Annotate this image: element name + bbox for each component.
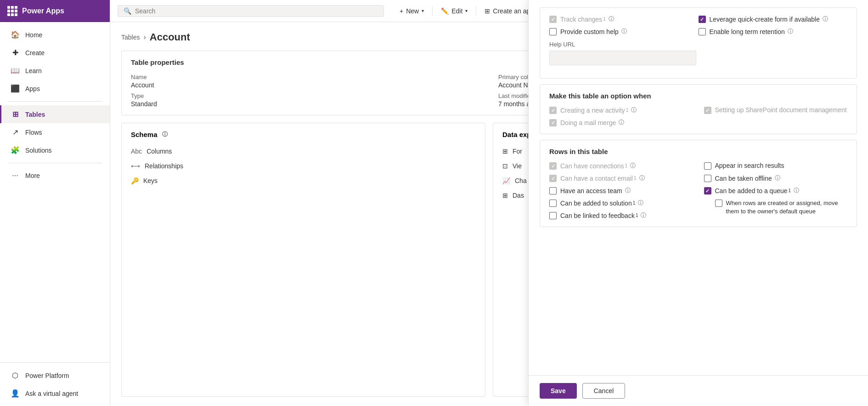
sidebar-item-learn[interactable]: 📖 Learn — [0, 62, 110, 80]
sidebar-item-power-platform[interactable]: ⬡ Power Platform — [0, 366, 110, 384]
name-value: Account — [131, 81, 480, 89]
doing-mail-merge-checkbox[interactable] — [549, 119, 557, 126]
can-have-connections-row: Can have connections 1 ⓘ — [549, 162, 693, 170]
can-be-added-to-queue-superscript: 1 — [789, 188, 791, 193]
make-option-title: Make this table an option when — [549, 92, 847, 100]
doing-mail-merge-label-group: Doing a mail merge ⓘ — [560, 119, 624, 126]
solutions-icon: 🧩 — [11, 146, 20, 154]
panel-footer: Save Cancel — [529, 375, 868, 406]
toolbar-separator-2 — [476, 6, 476, 16]
creating-new-activity-checkbox[interactable] — [549, 107, 557, 114]
leverage-checkbox[interactable] — [699, 16, 706, 23]
provide-custom-help-info-icon: ⓘ — [621, 28, 627, 35]
edit-icon: ✏️ — [441, 7, 449, 15]
cancel-button[interactable]: Cancel — [582, 383, 626, 399]
edit-button[interactable]: ✏️ Edit ▾ — [436, 5, 472, 17]
new-button[interactable]: + New ▾ — [395, 5, 428, 17]
sidebar-item-home[interactable]: 🏠 Home — [0, 26, 110, 44]
enable-long-term-label-group: Enable long term retention ⓘ — [710, 28, 793, 35]
can-be-added-to-solution-info-icon: ⓘ — [638, 199, 643, 207]
appear-in-search-checkbox[interactable] — [704, 162, 711, 170]
rows-section-title: Rows in this table — [549, 148, 847, 155]
sidebar-item-flows[interactable]: ↗ Flows — [0, 123, 110, 141]
sidebar-item-solutions[interactable]: 🧩 Solutions — [0, 141, 110, 159]
sidebar-item-label: Ask a virtual agent — [25, 390, 78, 397]
provide-custom-help-checkbox[interactable] — [549, 28, 557, 35]
can-have-contact-email-checkbox[interactable] — [549, 175, 557, 182]
sidebar-item-label: Tables — [25, 111, 45, 118]
can-be-added-to-queue-label-group: Can be added to a queue 1 ⓘ — [715, 187, 800, 194]
breadcrumb-parent[interactable]: Tables — [121, 34, 140, 41]
can-have-contact-email-info-icon: ⓘ — [639, 174, 645, 182]
das-icon: ⊞ — [502, 192, 508, 199]
sidebar-divider-2 — [7, 163, 102, 163]
sidebar-item-virtual-agent[interactable]: 👤 Ask a virtual agent — [0, 384, 110, 402]
can-be-linked-to-feedback-label-group: Can be linked to feedback 1 ⓘ — [560, 212, 646, 219]
have-access-team-checkbox[interactable] — [549, 187, 557, 194]
can-be-linked-to-feedback-checkbox[interactable] — [549, 212, 557, 219]
flows-icon: ↗ — [11, 128, 20, 137]
sidebar-item-more[interactable]: ··· More — [0, 167, 110, 184]
for-icon: ⊞ — [502, 148, 508, 155]
can-be-added-to-queue-label: Can be added to a queue — [715, 187, 788, 194]
edit-chevron-icon: ▾ — [465, 8, 468, 13]
keys-label: Keys — [143, 177, 158, 184]
breadcrumb-separator: › — [143, 33, 146, 41]
appear-in-search-row: Appear in search results — [704, 162, 848, 170]
can-have-contact-email-row: Can have a contact email 1 ⓘ — [549, 174, 693, 182]
schema-item-columns[interactable]: Abc Columns — [131, 144, 476, 159]
setting-up-sharepoint-checkbox[interactable] — [704, 107, 711, 114]
can-be-linked-to-feedback-superscript: 1 — [636, 213, 638, 218]
enable-long-term-checkbox[interactable] — [699, 28, 706, 35]
search-input[interactable] — [135, 7, 378, 15]
rows-left: Can have connections 1 ⓘ Can have a cont… — [549, 162, 693, 219]
tables-icon: ⊞ — [11, 110, 20, 119]
sidebar-item-label: Flows — [25, 129, 42, 136]
make-option-left: Creating a new activity 1 ⓘ Doing a mail… — [549, 106, 693, 126]
save-button[interactable]: Save — [540, 383, 577, 399]
can-have-connections-checkbox[interactable] — [549, 162, 557, 170]
new-chevron-icon: ▾ — [422, 8, 424, 13]
help-url-input[interactable] — [549, 51, 696, 65]
sidebar-item-tables[interactable]: ⊞ Tables — [0, 105, 110, 123]
can-have-contact-email-superscript: 1 — [634, 176, 637, 181]
left-col: Track changes 1 ⓘ Provide custom help ⓘ — [549, 15, 699, 65]
search-icon: 🔍 — [124, 7, 131, 15]
track-changes-label-group: Track changes 1 ⓘ — [560, 15, 614, 23]
can-be-taken-offline-label-group: Can be taken offline ⓘ — [715, 174, 780, 182]
track-changes-label: Track changes — [560, 16, 602, 23]
schema-item-keys[interactable]: 🔑 Keys — [131, 173, 476, 188]
when-rows-created-row: When rows are created or assigned, move … — [715, 199, 848, 216]
keys-icon: 🔑 — [131, 177, 139, 184]
can-be-added-to-queue-checkbox[interactable] — [704, 187, 711, 194]
schema-item-relationships[interactable]: ⟷ Relationships — [131, 159, 476, 173]
when-rows-created-checkbox[interactable] — [715, 200, 722, 207]
sidebar: Power Apps 🏠 Home ✚ Create 📖 Learn ⬛ App… — [0, 0, 110, 406]
leverage-row: Leverage quick-create form if available … — [699, 15, 848, 23]
can-be-taken-offline-checkbox[interactable] — [704, 175, 711, 182]
have-access-team-row: Have an access team ⓘ — [549, 187, 693, 194]
can-be-added-to-solution-checkbox[interactable] — [549, 200, 557, 207]
can-be-linked-to-feedback-row: Can be linked to feedback 1 ⓘ — [549, 212, 693, 219]
when-rows-created-label: When rows are created or assigned, move … — [726, 199, 848, 216]
waffle-icon[interactable] — [7, 6, 17, 16]
sidebar-item-create[interactable]: ✚ Create — [0, 44, 110, 62]
can-be-linked-to-feedback-info-icon: ⓘ — [641, 212, 646, 219]
enable-long-term-label: Enable long term retention — [710, 28, 785, 35]
doing-mail-merge-info-icon: ⓘ — [619, 119, 624, 126]
search-box[interactable]: 🔍 — [118, 5, 384, 17]
setting-up-sharepoint-label-group: Setting up SharePoint document managemen… — [715, 106, 847, 114]
right-col: Leverage quick-create form if available … — [699, 15, 848, 65]
can-have-connections-label: Can have connections — [560, 162, 624, 170]
make-option-right: Setting up SharePoint document managemen… — [704, 106, 848, 126]
track-changes-checkbox[interactable] — [549, 16, 557, 23]
leverage-label: Leverage quick-create form if available — [710, 16, 820, 23]
create-icon: ✚ — [11, 48, 20, 57]
apps-icon: ⬛ — [11, 84, 20, 93]
schema-card: Schema ⓘ Abc Columns ⟷ Relationships 🔑 K… — [121, 123, 485, 397]
sidebar-item-apps[interactable]: ⬛ Apps — [0, 80, 110, 97]
provide-custom-help-label: Provide custom help — [560, 28, 619, 35]
overlay-panel: Track changes 1 ⓘ Provide custom help ⓘ — [528, 0, 868, 406]
type-value: Standard — [131, 100, 480, 108]
provide-custom-help-row: Provide custom help ⓘ — [549, 28, 699, 35]
